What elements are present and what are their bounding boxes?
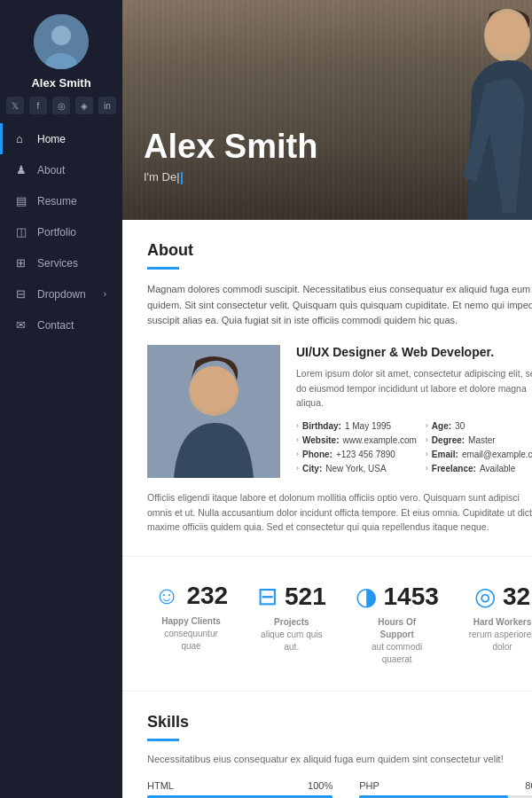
stat-number-projects: 521 <box>285 583 326 611</box>
stat-number-hours: 1453 <box>384 583 439 611</box>
arrow-icon: › <box>296 464 299 473</box>
cursor-blink <box>181 172 183 184</box>
facebook-icon[interactable]: f <box>29 97 47 114</box>
about-photo <box>147 345 280 478</box>
about-profile: UI/UX Designer & Web Developer. Lorem ip… <box>147 345 532 478</box>
chevron-right-icon: › <box>104 289 106 299</box>
headphone-icon: ◑ <box>356 582 377 611</box>
main-content: Alex Smith I'm De| About Magnam dolores … <box>122 0 532 798</box>
stat-label-projects: Projects alique cum quis aut. <box>256 616 327 653</box>
mail-icon: ✉ <box>16 318 30 332</box>
stat-hours: ◑ 1453 Hours Of Support aut commodi quae… <box>356 582 439 666</box>
sidebar-username: Alex Smith <box>31 76 90 90</box>
avatar <box>34 14 89 69</box>
sidebar-label-contact: Contact <box>37 319 106 332</box>
about-title: About <box>147 241 532 260</box>
info-birthday: › Birthday: 1 May 1995 <box>296 421 417 431</box>
info-email: › Email: email@example.com <box>426 450 532 459</box>
stat-label-clients: Happy Clients consequuntur quae <box>156 615 227 653</box>
arrow-icon: › <box>426 464 428 473</box>
about-intro-text: Magnam dolores commodi suscipit. Necessi… <box>147 282 532 329</box>
stat-label-workers: Hard Workers rerum asperiores dolor <box>467 616 532 653</box>
hero-background <box>122 0 532 220</box>
social-links: 𝕏 f ◎ ◈ in <box>6 97 116 114</box>
arrow-icon: › <box>296 421 299 431</box>
stat-happy-clients: ☺ 232 Happy Clients consequuntur quae <box>154 582 228 666</box>
about-title-bar <box>147 267 179 270</box>
sidebar-item-about[interactable]: ♟ About <box>0 154 122 185</box>
info-degree: › Degree: Master <box>426 435 532 445</box>
about-details: UI/UX Designer & Web Developer. Lorem ip… <box>296 345 532 478</box>
skill-html: HTML 100% <box>147 780 332 798</box>
sidebar-label-services: Services <box>37 257 106 270</box>
arrow-icon: › <box>426 450 428 459</box>
hero-tagline: I'm De| <box>144 170 317 184</box>
sidebar-item-home[interactable]: ⌂ Home <box>0 123 122 154</box>
skills-grid: HTML 100% PHP 80% CSS 90% <box>147 780 532 798</box>
sidebar-item-services[interactable]: ⊞ Services <box>0 247 122 278</box>
info-phone: › Phone: +123 456 7890 <box>296 450 417 459</box>
skills-section: Skills Necessitatibus eius consequatur e… <box>122 691 532 798</box>
home-icon: ⌂ <box>16 132 30 145</box>
arrow-icon: › <box>296 450 299 459</box>
dropdown-icon: ⊟ <box>16 287 30 301</box>
linkedin-icon[interactable]: in <box>98 97 116 114</box>
sidebar-label-dropdown: Dropdown <box>37 288 97 301</box>
stat-number-workers: 32 <box>503 583 530 611</box>
hero-name: Alex Smith <box>144 129 317 166</box>
arrow-icon: › <box>426 435 428 445</box>
sidebar: Alex Smith 𝕏 f ◎ ◈ in ⌂ Home ♟ About ▤ R… <box>0 0 122 798</box>
projects-icon: ⊟ <box>257 582 278 611</box>
skill-label-html: HTML <box>147 780 174 791</box>
about-section: About Magnam dolores commodi suscipit. N… <box>122 220 532 556</box>
stat-workers: ◎ 32 Hard Workers rerum asperiores dolor <box>467 582 532 666</box>
twitter-icon[interactable]: 𝕏 <box>6 97 24 114</box>
sidebar-item-contact[interactable]: ✉ Contact <box>0 309 122 340</box>
arrow-icon: › <box>296 435 299 445</box>
skills-title: Skills <box>147 713 532 732</box>
info-freelance: › Freelance: Available <box>426 464 532 473</box>
skills-title-bar <box>147 739 179 741</box>
stat-projects: ⊟ 521 Projects alique cum quis aut. <box>256 582 327 666</box>
smiley-icon: ☺ <box>154 582 180 610</box>
sidebar-item-dropdown[interactable]: ⊟ Dropdown › <box>0 278 122 309</box>
hero-text-block: Alex Smith I'm De| <box>144 129 317 184</box>
services-icon: ⊞ <box>16 256 30 270</box>
skill-percent-html: 100% <box>308 780 332 791</box>
skill-percent-php: 80% <box>525 780 532 791</box>
arrow-icon: › <box>426 421 428 431</box>
about-extra-text: Officiis eligendi itaque labore et dolon… <box>147 490 532 535</box>
stats-section: ☺ 232 Happy Clients consequuntur quae ⊟ … <box>122 556 532 691</box>
svg-point-1 <box>51 26 71 45</box>
about-info-grid: › Birthday: 1 May 1995 › Age: 30 › Websi… <box>296 421 532 473</box>
info-age: › Age: 30 <box>426 421 532 431</box>
sidebar-label-about: About <box>37 164 106 176</box>
document-icon: ▤ <box>16 194 30 207</box>
sidebar-label-portfolio: Portfolio <box>37 226 106 239</box>
about-role: UI/UX Designer & Web Developer. <box>296 345 532 359</box>
instagram-icon[interactable]: ◎ <box>52 97 70 114</box>
skype-icon[interactable]: ◈ <box>75 97 93 114</box>
info-website: › Website: www.example.com <box>296 435 417 445</box>
sidebar-label-resume: Resume <box>37 195 106 207</box>
hero-section: Alex Smith I'm De| <box>122 0 532 220</box>
stat-number-clients: 232 <box>186 582 228 610</box>
sidebar-label-home: Home <box>37 133 106 145</box>
info-city: › City: New York, USA <box>296 464 417 473</box>
sidebar-item-portfolio[interactable]: ◫ Portfolio <box>0 216 122 247</box>
svg-point-4 <box>486 12 528 55</box>
sidebar-item-resume[interactable]: ▤ Resume <box>0 185 122 216</box>
team-icon: ◎ <box>474 582 496 611</box>
grid-icon: ◫ <box>16 225 30 239</box>
skills-intro: Necessitatibus eius consequatur ex aliqu… <box>147 754 532 764</box>
person-icon: ♟ <box>16 163 30 176</box>
svg-point-7 <box>191 366 237 412</box>
skill-php: PHP 80% <box>359 780 532 798</box>
skill-label-php: PHP <box>359 780 379 791</box>
stat-label-hours: Hours Of Support aut commodi quaerat <box>362 616 433 666</box>
about-desc: Lorem ipsum dolor sit amet, consectetur … <box>296 366 532 411</box>
hero-person-image <box>401 0 532 220</box>
